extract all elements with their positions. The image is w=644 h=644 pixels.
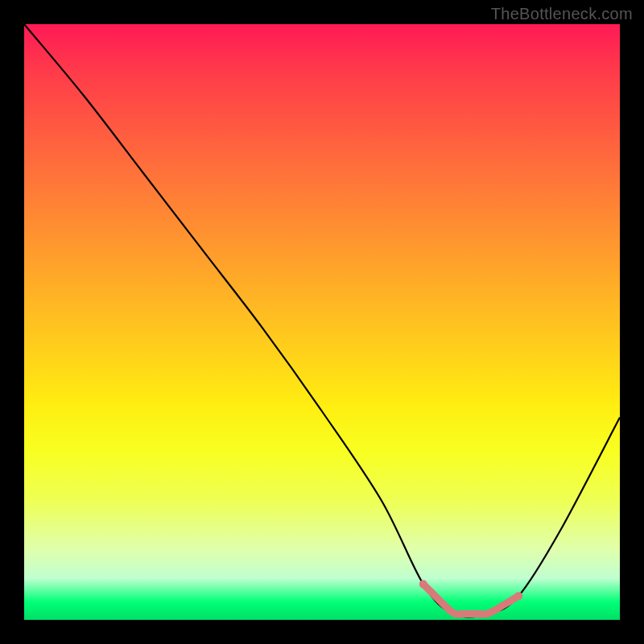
- flat-region-end-dot: [514, 592, 522, 600]
- flat-region-start-dot: [419, 580, 427, 588]
- bottleneck-curve-svg: [24, 24, 620, 620]
- flat-region-highlight: [423, 584, 518, 615]
- bottleneck-curve-line: [24, 24, 620, 617]
- chart-frame: TheBottleneck.com: [0, 0, 644, 644]
- plot-area: [24, 24, 620, 620]
- watermark-text: TheBottleneck.com: [491, 5, 633, 23]
